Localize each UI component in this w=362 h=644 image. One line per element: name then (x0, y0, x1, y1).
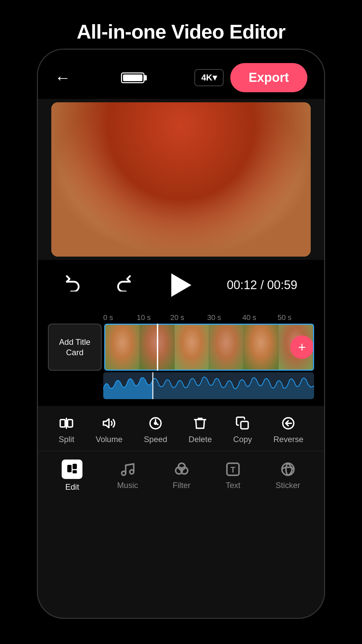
svg-rect-11 (73, 464, 77, 469)
redo-button[interactable] (115, 275, 132, 296)
app-title: All-in-one Video Editor (0, 0, 362, 43)
ruler-10s: 10 s (137, 313, 151, 322)
nav-sticker-label: Sticker (276, 481, 300, 490)
svg-point-6 (155, 422, 157, 424)
controls-row: 00:12 / 00:59 (38, 260, 324, 310)
split-label: Split (59, 435, 74, 444)
reverse-tool[interactable]: Reverse (274, 416, 303, 444)
ruler-50s: 50 s (278, 313, 292, 322)
nav-filter[interactable]: Filter (173, 461, 190, 490)
play-button[interactable] (166, 272, 193, 299)
split-tool[interactable]: Split (59, 416, 74, 444)
quality-badge[interactable]: 4K▾ (194, 69, 223, 86)
playhead (157, 324, 158, 371)
nav-filter-label: Filter (173, 481, 190, 490)
svg-rect-1 (60, 420, 65, 427)
copy-tool[interactable]: Copy (233, 416, 252, 444)
delete-label: Delete (189, 435, 212, 444)
add-clip-button[interactable]: + (290, 335, 314, 359)
copy-label: Copy (233, 435, 252, 444)
nav-sticker[interactable]: Sticker (276, 461, 300, 490)
film-cell-3 (175, 325, 209, 370)
ruler-20s: 20 s (170, 313, 184, 322)
bottom-toolbar: Split Volume Speed (38, 406, 324, 512)
time-display: 00:12 / 00:59 (227, 278, 297, 292)
add-title-card-button[interactable]: Add Title Card (48, 324, 102, 371)
nav-edit-label: Edit (65, 482, 79, 492)
speed-label: Speed (144, 435, 167, 444)
delete-tool[interactable]: Delete (189, 416, 212, 444)
svg-rect-7 (241, 422, 248, 429)
ruler-0s: 0 s (103, 313, 113, 322)
timeline-track: Add Title Card + (48, 324, 314, 371)
svg-rect-10 (67, 465, 72, 472)
top-bar: ← 4K▾ Export (38, 50, 324, 99)
speed-tool[interactable]: Speed (144, 416, 167, 444)
svg-marker-4 (104, 419, 109, 428)
svg-point-13 (122, 471, 126, 475)
nav-edit[interactable]: Edit (62, 460, 82, 492)
svg-text:T: T (231, 465, 236, 474)
video-filmstrip: + (104, 324, 314, 371)
volume-tool[interactable]: Volume (96, 416, 122, 444)
undo-button[interactable] (65, 275, 81, 296)
export-button[interactable]: Export (230, 63, 307, 92)
ruler-30s: 30 s (207, 313, 221, 322)
volume-label: Volume (96, 435, 122, 444)
svg-point-14 (130, 470, 134, 474)
nav-text-label: Text (226, 481, 240, 490)
back-button[interactable]: ← (55, 68, 71, 87)
nav-text[interactable]: T Text (225, 461, 241, 490)
phone-frame: ← 4K▾ Export (37, 49, 325, 619)
film-cell-1 (105, 325, 140, 370)
svg-rect-2 (68, 420, 73, 427)
film-cell-5 (244, 325, 278, 370)
svg-rect-12 (73, 470, 77, 474)
ruler-40s: 40 s (242, 313, 256, 322)
bottom-nav: Edit Music Filter (38, 451, 324, 505)
timeline-area: 0 s 10 s 20 s 30 s 40 s 50 s Add Title C… (38, 310, 324, 406)
nav-music-label: Music (117, 481, 138, 490)
tools-row: Split Volume Speed (38, 416, 324, 451)
reverse-label: Reverse (274, 435, 303, 444)
audio-track (103, 372, 314, 399)
battery-icon (121, 72, 144, 83)
nav-music[interactable]: Music (117, 461, 138, 490)
video-preview (51, 102, 311, 257)
film-cell-4 (209, 325, 244, 370)
